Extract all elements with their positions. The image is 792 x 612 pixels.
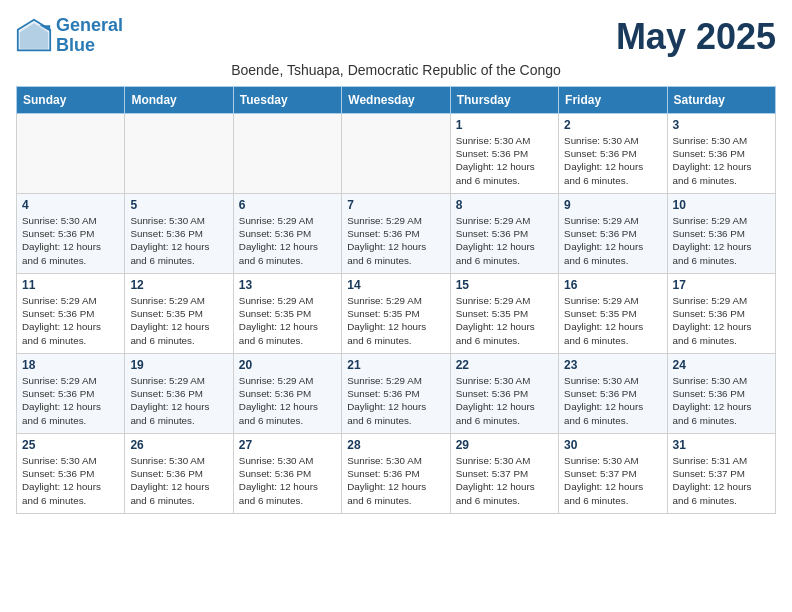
day-info: Sunrise: 5:30 AMSunset: 5:36 PMDaylight:…	[347, 454, 444, 507]
day-info: Sunrise: 5:30 AMSunset: 5:36 PMDaylight:…	[456, 374, 553, 427]
day-info: Sunrise: 5:29 AMSunset: 5:36 PMDaylight:…	[673, 294, 770, 347]
calendar-cell-w3-d1: 12Sunrise: 5:29 AMSunset: 5:35 PMDayligh…	[125, 274, 233, 354]
day-number: 6	[239, 198, 336, 212]
calendar-cell-w2-d0: 4Sunrise: 5:30 AMSunset: 5:36 PMDaylight…	[17, 194, 125, 274]
calendar-cell-w2-d4: 8Sunrise: 5:29 AMSunset: 5:36 PMDaylight…	[450, 194, 558, 274]
day-number: 23	[564, 358, 661, 372]
calendar-cell-w4-d0: 18Sunrise: 5:29 AMSunset: 5:36 PMDayligh…	[17, 354, 125, 434]
day-number: 31	[673, 438, 770, 452]
calendar-cell-w4-d6: 24Sunrise: 5:30 AMSunset: 5:36 PMDayligh…	[667, 354, 775, 434]
col-wednesday: Wednesday	[342, 87, 450, 114]
calendar-cell-w2-d2: 6Sunrise: 5:29 AMSunset: 5:36 PMDaylight…	[233, 194, 341, 274]
day-number: 21	[347, 358, 444, 372]
weekday-header-row: Sunday Monday Tuesday Wednesday Thursday…	[17, 87, 776, 114]
day-info: Sunrise: 5:30 AMSunset: 5:36 PMDaylight:…	[564, 374, 661, 427]
calendar-cell-w5-d5: 30Sunrise: 5:30 AMSunset: 5:37 PMDayligh…	[559, 434, 667, 514]
day-info: Sunrise: 5:29 AMSunset: 5:36 PMDaylight:…	[347, 214, 444, 267]
calendar-cell-w4-d2: 20Sunrise: 5:29 AMSunset: 5:36 PMDayligh…	[233, 354, 341, 434]
day-number: 30	[564, 438, 661, 452]
col-saturday: Saturday	[667, 87, 775, 114]
calendar-cell-w5-d4: 29Sunrise: 5:30 AMSunset: 5:37 PMDayligh…	[450, 434, 558, 514]
day-number: 11	[22, 278, 119, 292]
day-info: Sunrise: 5:31 AMSunset: 5:37 PMDaylight:…	[673, 454, 770, 507]
calendar-cell-w1-d3	[342, 114, 450, 194]
calendar-table: Sunday Monday Tuesday Wednesday Thursday…	[16, 86, 776, 514]
calendar-cell-w5-d0: 25Sunrise: 5:30 AMSunset: 5:36 PMDayligh…	[17, 434, 125, 514]
col-monday: Monday	[125, 87, 233, 114]
day-info: Sunrise: 5:29 AMSunset: 5:35 PMDaylight:…	[130, 294, 227, 347]
day-info: Sunrise: 5:30 AMSunset: 5:36 PMDaylight:…	[564, 134, 661, 187]
week-row-5: 25Sunrise: 5:30 AMSunset: 5:36 PMDayligh…	[17, 434, 776, 514]
calendar-cell-w5-d1: 26Sunrise: 5:30 AMSunset: 5:36 PMDayligh…	[125, 434, 233, 514]
day-info: Sunrise: 5:29 AMSunset: 5:36 PMDaylight:…	[130, 374, 227, 427]
calendar-cell-w3-d3: 14Sunrise: 5:29 AMSunset: 5:35 PMDayligh…	[342, 274, 450, 354]
logo: General Blue	[16, 16, 123, 56]
calendar-cell-w1-d2	[233, 114, 341, 194]
week-row-3: 11Sunrise: 5:29 AMSunset: 5:36 PMDayligh…	[17, 274, 776, 354]
day-number: 12	[130, 278, 227, 292]
day-number: 7	[347, 198, 444, 212]
day-number: 2	[564, 118, 661, 132]
day-number: 4	[22, 198, 119, 212]
calendar-cell-w4-d4: 22Sunrise: 5:30 AMSunset: 5:36 PMDayligh…	[450, 354, 558, 434]
day-number: 25	[22, 438, 119, 452]
calendar-cell-w4-d5: 23Sunrise: 5:30 AMSunset: 5:36 PMDayligh…	[559, 354, 667, 434]
day-number: 3	[673, 118, 770, 132]
day-number: 14	[347, 278, 444, 292]
day-number: 10	[673, 198, 770, 212]
day-info: Sunrise: 5:30 AMSunset: 5:36 PMDaylight:…	[130, 214, 227, 267]
day-info: Sunrise: 5:30 AMSunset: 5:36 PMDaylight:…	[456, 134, 553, 187]
calendar-cell-w2-d6: 10Sunrise: 5:29 AMSunset: 5:36 PMDayligh…	[667, 194, 775, 274]
calendar-cell-w1-d4: 1Sunrise: 5:30 AMSunset: 5:36 PMDaylight…	[450, 114, 558, 194]
logo-icon	[16, 18, 52, 54]
day-info: Sunrise: 5:30 AMSunset: 5:36 PMDaylight:…	[22, 454, 119, 507]
day-number: 19	[130, 358, 227, 372]
week-row-4: 18Sunrise: 5:29 AMSunset: 5:36 PMDayligh…	[17, 354, 776, 434]
day-info: Sunrise: 5:29 AMSunset: 5:35 PMDaylight:…	[347, 294, 444, 347]
day-number: 27	[239, 438, 336, 452]
day-info: Sunrise: 5:30 AMSunset: 5:36 PMDaylight:…	[239, 454, 336, 507]
calendar-cell-w1-d0	[17, 114, 125, 194]
calendar-cell-w3-d0: 11Sunrise: 5:29 AMSunset: 5:36 PMDayligh…	[17, 274, 125, 354]
calendar-cell-w2-d5: 9Sunrise: 5:29 AMSunset: 5:36 PMDaylight…	[559, 194, 667, 274]
calendar-cell-w1-d5: 2Sunrise: 5:30 AMSunset: 5:36 PMDaylight…	[559, 114, 667, 194]
calendar-cell-w3-d5: 16Sunrise: 5:29 AMSunset: 5:35 PMDayligh…	[559, 274, 667, 354]
day-number: 18	[22, 358, 119, 372]
day-info: Sunrise: 5:29 AMSunset: 5:36 PMDaylight:…	[239, 214, 336, 267]
day-info: Sunrise: 5:29 AMSunset: 5:35 PMDaylight:…	[456, 294, 553, 347]
day-info: Sunrise: 5:30 AMSunset: 5:37 PMDaylight:…	[456, 454, 553, 507]
day-number: 17	[673, 278, 770, 292]
day-info: Sunrise: 5:29 AMSunset: 5:36 PMDaylight:…	[22, 294, 119, 347]
day-number: 20	[239, 358, 336, 372]
day-number: 22	[456, 358, 553, 372]
day-info: Sunrise: 5:29 AMSunset: 5:36 PMDaylight:…	[239, 374, 336, 427]
day-info: Sunrise: 5:30 AMSunset: 5:36 PMDaylight:…	[673, 374, 770, 427]
day-info: Sunrise: 5:30 AMSunset: 5:36 PMDaylight:…	[22, 214, 119, 267]
day-info: Sunrise: 5:29 AMSunset: 5:36 PMDaylight:…	[347, 374, 444, 427]
calendar-cell-w5-d6: 31Sunrise: 5:31 AMSunset: 5:37 PMDayligh…	[667, 434, 775, 514]
calendar-cell-w2-d3: 7Sunrise: 5:29 AMSunset: 5:36 PMDaylight…	[342, 194, 450, 274]
day-info: Sunrise: 5:29 AMSunset: 5:36 PMDaylight:…	[22, 374, 119, 427]
day-info: Sunrise: 5:29 AMSunset: 5:36 PMDaylight:…	[456, 214, 553, 267]
calendar-cell-w1-d1	[125, 114, 233, 194]
week-row-2: 4Sunrise: 5:30 AMSunset: 5:36 PMDaylight…	[17, 194, 776, 274]
day-number: 13	[239, 278, 336, 292]
col-friday: Friday	[559, 87, 667, 114]
day-info: Sunrise: 5:30 AMSunset: 5:37 PMDaylight:…	[564, 454, 661, 507]
logo-text: General Blue	[56, 16, 123, 56]
calendar-cell-w4-d3: 21Sunrise: 5:29 AMSunset: 5:36 PMDayligh…	[342, 354, 450, 434]
day-number: 5	[130, 198, 227, 212]
calendar-cell-w4-d1: 19Sunrise: 5:29 AMSunset: 5:36 PMDayligh…	[125, 354, 233, 434]
col-tuesday: Tuesday	[233, 87, 341, 114]
calendar-cell-w2-d1: 5Sunrise: 5:30 AMSunset: 5:36 PMDaylight…	[125, 194, 233, 274]
day-info: Sunrise: 5:30 AMSunset: 5:36 PMDaylight:…	[130, 454, 227, 507]
calendar-cell-w5-d3: 28Sunrise: 5:30 AMSunset: 5:36 PMDayligh…	[342, 434, 450, 514]
day-number: 8	[456, 198, 553, 212]
day-number: 1	[456, 118, 553, 132]
calendar-cell-w3-d6: 17Sunrise: 5:29 AMSunset: 5:36 PMDayligh…	[667, 274, 775, 354]
day-info: Sunrise: 5:30 AMSunset: 5:36 PMDaylight:…	[673, 134, 770, 187]
col-thursday: Thursday	[450, 87, 558, 114]
calendar-cell-w1-d6: 3Sunrise: 5:30 AMSunset: 5:36 PMDaylight…	[667, 114, 775, 194]
calendar-subtitle: Boende, Tshuapa, Democratic Republic of …	[16, 62, 776, 78]
day-info: Sunrise: 5:29 AMSunset: 5:35 PMDaylight:…	[564, 294, 661, 347]
